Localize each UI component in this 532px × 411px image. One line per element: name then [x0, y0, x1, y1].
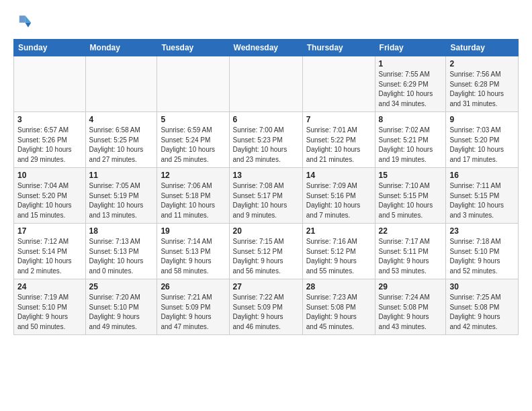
calendar-cell: 5Sunrise: 6:59 AM Sunset: 5:24 PM Daylig…	[157, 112, 229, 168]
day-info: Sunrise: 6:58 AM Sunset: 5:25 PM Dayligh…	[89, 126, 154, 165]
day-info: Sunrise: 7:09 AM Sunset: 5:16 PM Dayligh…	[306, 181, 371, 220]
day-number: 21	[306, 226, 371, 236]
day-number: 25	[89, 282, 154, 291]
svg-marker-2	[19, 15, 26, 23]
calendar-cell: 13Sunrise: 7:08 AM Sunset: 5:17 PM Dayli…	[229, 168, 302, 224]
day-info: Sunrise: 7:20 AM Sunset: 5:10 PM Dayligh…	[89, 293, 154, 332]
calendar-cell: 19Sunrise: 7:14 AM Sunset: 5:13 PM Dayli…	[157, 224, 229, 279]
day-number: 23	[449, 226, 515, 236]
calendar-cell: 6Sunrise: 7:00 AM Sunset: 5:23 PM Daylig…	[229, 112, 302, 168]
day-info: Sunrise: 7:10 AM Sunset: 5:15 PM Dayligh…	[379, 181, 443, 220]
day-number: 24	[17, 282, 82, 291]
calendar-cell: 9Sunrise: 7:03 AM Sunset: 5:20 PM Daylig…	[446, 112, 519, 168]
day-number: 15	[379, 171, 443, 180]
day-info: Sunrise: 7:21 AM Sunset: 5:09 PM Dayligh…	[161, 293, 225, 332]
calendar-cell: 25Sunrise: 7:20 AM Sunset: 5:10 PM Dayli…	[85, 279, 157, 335]
calendar-cell: 23Sunrise: 7:18 AM Sunset: 5:10 PM Dayli…	[446, 224, 519, 279]
day-number: 2	[449, 59, 515, 68]
calendar-cell: 3Sunrise: 6:57 AM Sunset: 5:26 PM Daylig…	[14, 112, 86, 168]
calendar-cell: 22Sunrise: 7:17 AM Sunset: 5:11 PM Dayli…	[375, 224, 446, 279]
day-info: Sunrise: 6:57 AM Sunset: 5:26 PM Dayligh…	[17, 126, 82, 165]
logo	[13, 12, 35, 31]
calendar-cell	[229, 56, 302, 112]
day-number: 11	[89, 171, 154, 180]
calendar-cell: 8Sunrise: 7:02 AM Sunset: 5:21 PM Daylig…	[375, 112, 446, 168]
day-number: 20	[233, 226, 299, 236]
calendar-cell: 2Sunrise: 7:56 AM Sunset: 6:28 PM Daylig…	[446, 56, 519, 112]
day-number: 10	[17, 171, 82, 180]
day-number: 12	[161, 171, 225, 180]
day-number: 16	[449, 171, 515, 180]
calendar-cell: 26Sunrise: 7:21 AM Sunset: 5:09 PM Dayli…	[157, 279, 229, 335]
calendar-cell	[85, 56, 157, 112]
day-number: 5	[161, 115, 225, 124]
calendar: SundayMondayTuesdayWednesdayThursdayFrid…	[13, 39, 519, 335]
day-info: Sunrise: 7:02 AM Sunset: 5:21 PM Dayligh…	[379, 126, 443, 165]
day-number: 3	[17, 115, 82, 124]
day-number: 22	[379, 226, 443, 236]
day-info: Sunrise: 7:03 AM Sunset: 5:20 PM Dayligh…	[449, 126, 515, 165]
calendar-cell: 11Sunrise: 7:05 AM Sunset: 5:19 PM Dayli…	[85, 168, 157, 224]
calendar-cell: 16Sunrise: 7:11 AM Sunset: 5:15 PM Dayli…	[446, 168, 519, 224]
day-number: 26	[161, 282, 225, 291]
day-info: Sunrise: 6:59 AM Sunset: 5:24 PM Dayligh…	[161, 126, 225, 165]
day-number: 8	[379, 115, 443, 124]
day-info: Sunrise: 7:55 AM Sunset: 6:29 PM Dayligh…	[379, 70, 443, 109]
page: SundayMondayTuesdayWednesdayThursdayFrid…	[0, 0, 532, 342]
day-info: Sunrise: 7:00 AM Sunset: 5:23 PM Dayligh…	[233, 126, 299, 165]
day-number: 28	[306, 282, 371, 291]
day-info: Sunrise: 7:04 AM Sunset: 5:20 PM Dayligh…	[17, 181, 82, 220]
calendar-cell: 14Sunrise: 7:09 AM Sunset: 5:16 PM Dayli…	[302, 168, 375, 224]
header-area	[13, 12, 519, 31]
day-info: Sunrise: 7:15 AM Sunset: 5:12 PM Dayligh…	[233, 237, 299, 276]
calendar-cell: 29Sunrise: 7:24 AM Sunset: 5:08 PM Dayli…	[375, 279, 446, 335]
calendar-cell: 7Sunrise: 7:01 AM Sunset: 5:22 PM Daylig…	[302, 112, 375, 168]
calendar-cell	[14, 56, 86, 112]
column-header-monday: Monday	[85, 40, 157, 56]
week-row-3: 10Sunrise: 7:04 AM Sunset: 5:20 PM Dayli…	[14, 168, 519, 224]
svg-marker-0	[26, 15, 32, 23]
column-header-thursday: Thursday	[302, 40, 375, 56]
calendar-cell: 27Sunrise: 7:22 AM Sunset: 5:09 PM Dayli…	[229, 279, 302, 335]
column-header-sunday: Sunday	[14, 40, 86, 56]
day-info: Sunrise: 7:23 AM Sunset: 5:08 PM Dayligh…	[306, 293, 371, 332]
day-info: Sunrise: 7:01 AM Sunset: 5:22 PM Dayligh…	[306, 126, 371, 165]
day-number: 18	[89, 226, 154, 236]
day-number: 1	[379, 59, 443, 68]
day-info: Sunrise: 7:18 AM Sunset: 5:10 PM Dayligh…	[449, 237, 515, 276]
day-info: Sunrise: 7:24 AM Sunset: 5:08 PM Dayligh…	[379, 293, 443, 332]
calendar-cell: 28Sunrise: 7:23 AM Sunset: 5:08 PM Dayli…	[302, 279, 375, 335]
week-row-4: 17Sunrise: 7:12 AM Sunset: 5:14 PM Dayli…	[14, 224, 519, 279]
calendar-cell	[302, 56, 375, 112]
day-number: 17	[17, 226, 82, 236]
day-info: Sunrise: 7:56 AM Sunset: 6:28 PM Dayligh…	[449, 70, 515, 109]
day-number: 9	[449, 115, 515, 124]
day-number: 27	[233, 282, 299, 291]
column-header-saturday: Saturday	[446, 40, 519, 56]
day-info: Sunrise: 7:14 AM Sunset: 5:13 PM Dayligh…	[161, 237, 225, 276]
day-info: Sunrise: 7:13 AM Sunset: 5:13 PM Dayligh…	[89, 237, 154, 276]
calendar-cell: 17Sunrise: 7:12 AM Sunset: 5:14 PM Dayli…	[14, 224, 86, 279]
day-info: Sunrise: 7:06 AM Sunset: 5:18 PM Dayligh…	[161, 181, 225, 220]
day-info: Sunrise: 7:08 AM Sunset: 5:17 PM Dayligh…	[233, 181, 299, 220]
day-number: 7	[306, 115, 371, 124]
svg-marker-1	[26, 23, 32, 28]
day-info: Sunrise: 7:19 AM Sunset: 5:10 PM Dayligh…	[17, 293, 82, 332]
day-number: 4	[89, 115, 154, 124]
calendar-cell: 24Sunrise: 7:19 AM Sunset: 5:10 PM Dayli…	[14, 279, 86, 335]
day-number: 6	[233, 115, 299, 124]
day-number: 30	[449, 282, 515, 291]
column-header-wednesday: Wednesday	[229, 40, 302, 56]
calendar-header-row: SundayMondayTuesdayWednesdayThursdayFrid…	[14, 40, 519, 56]
day-info: Sunrise: 7:16 AM Sunset: 5:12 PM Dayligh…	[306, 237, 371, 276]
logo-icon	[13, 12, 32, 31]
calendar-cell: 1Sunrise: 7:55 AM Sunset: 6:29 PM Daylig…	[375, 56, 446, 112]
day-info: Sunrise: 7:25 AM Sunset: 5:08 PM Dayligh…	[449, 293, 515, 332]
calendar-cell: 20Sunrise: 7:15 AM Sunset: 5:12 PM Dayli…	[229, 224, 302, 279]
week-row-1: 1Sunrise: 7:55 AM Sunset: 6:29 PM Daylig…	[14, 56, 519, 112]
calendar-cell: 18Sunrise: 7:13 AM Sunset: 5:13 PM Dayli…	[85, 224, 157, 279]
day-info: Sunrise: 7:17 AM Sunset: 5:11 PM Dayligh…	[379, 237, 443, 276]
calendar-cell: 21Sunrise: 7:16 AM Sunset: 5:12 PM Dayli…	[302, 224, 375, 279]
calendar-cell: 12Sunrise: 7:06 AM Sunset: 5:18 PM Dayli…	[157, 168, 229, 224]
calendar-cell: 10Sunrise: 7:04 AM Sunset: 5:20 PM Dayli…	[14, 168, 86, 224]
